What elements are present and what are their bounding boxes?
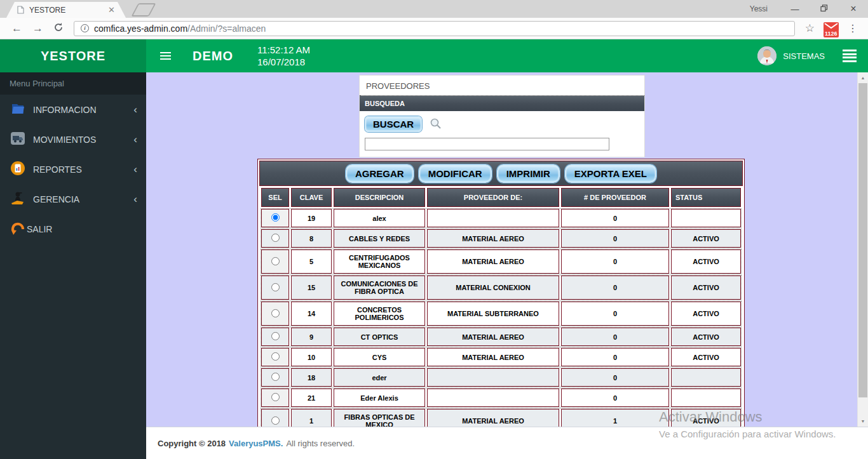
table-row[interactable]: 19 alex 0 [261,209,741,227]
address-bar[interactable]: i comfica.yes-admin.com /Admin/?s=almace… [74,21,795,36]
tab-close-icon[interactable]: ✕ [108,5,115,15]
sidebar-item-label: MOVIMIENTOS [33,135,96,145]
row-select-radio[interactable] [271,283,280,291]
row-proveedor-de-cell: MATERIAL AEREO [427,229,559,248]
row-proveedor-de-cell [427,389,559,407]
table-row[interactable]: 9 CT OPTICS MATERIAL AEREO 0 ACTIVO [261,328,741,346]
search-input[interactable] [365,138,609,150]
page-info-icon[interactable]: i [81,24,89,32]
row-select-radio[interactable] [271,416,280,425]
row-proveedor-de-cell: MATERIAL SUBTERRANEO [427,302,559,326]
folder-icon [10,102,25,117]
table-row[interactable]: 14 CONCRETOS POLIMERICOS MATERIAL SUBTER… [261,302,741,326]
main-content: PROVEEDORES BUSQUEDA BUSCAR AGREGAR MODI… [146,72,868,427]
row-num-proveedor-cell: 0 [561,276,669,300]
sidebar-item-gerencia[interactable]: GERENCIA ‹ [0,184,146,214]
browser-tab[interactable]: YESTORE ✕ [6,2,126,18]
url-domain: comfica.yes-admin.com [94,23,187,34]
table-row[interactable]: 1 FIBRAS OPTICAS DE MEXICO MATERIAL AERE… [261,409,741,427]
row-select-radio[interactable] [271,332,280,340]
brand-link[interactable]: ValeryusPMS. [229,439,283,448]
app-header: YESTORE DEMO 11:52:12 AM 16/07/2018 SIST… [0,39,868,72]
sidebar-item-label: INFORMACION [33,105,97,115]
exporta-exel-button[interactable]: EXPORTA EXEL [565,164,656,183]
sidebar-item-salir[interactable]: SALIR [0,214,146,244]
sidebar-item-informacion[interactable]: INFORMACION ‹ [0,95,146,124]
clock: 11:52:12 AM 16/07/2018 [257,44,310,68]
row-select-radio[interactable] [271,234,280,242]
reload-icon[interactable] [53,22,64,34]
row-num-proveedor-cell: 0 [561,389,669,407]
page-favicon-icon [17,6,24,14]
row-descripcion-cell: FIBRAS OPTICAS DE MEXICO [334,409,425,427]
tab-title: YESTORE [29,6,108,15]
scroll-up-icon[interactable]: ▲ [858,72,868,83]
minimize-button[interactable]: — [780,4,810,14]
col-descripcion: DESCRIPCION [334,188,425,207]
row-select-radio[interactable] [271,373,280,381]
browser-toolbar: ← → i comfica.yes-admin.com /Admin/?s=al… [0,18,868,39]
row-select-radio[interactable] [271,352,280,361]
magnifier-icon [430,121,442,131]
imprimir-button[interactable]: IMPRIMIR [497,164,560,183]
row-descripcion-cell: alex [334,209,425,227]
sidebar-item-reportes[interactable]: REPORTES ‹ [0,154,146,184]
chevron-left-icon: ‹ [133,194,137,204]
table-row[interactable]: 18 eder 0 [261,368,741,387]
row-status-cell: ACTIVO [671,348,741,366]
buscar-button[interactable]: BUSCAR [365,116,422,132]
table-row[interactable]: 21 Eder Alexis 0 [261,389,741,407]
browser-menu-icon[interactable]: ⋮ [848,22,858,34]
new-tab-button[interactable] [131,3,156,17]
row-proveedor-de-cell: MATERIAL CONEXION [427,276,559,300]
row-num-proveedor-cell: 1 [561,409,669,427]
row-select-radio[interactable] [271,393,280,401]
row-select-radio[interactable] [271,309,280,317]
sidebar-toggle-icon[interactable] [160,50,171,62]
row-select-cell [261,368,289,387]
row-select-cell [261,302,289,326]
row-num-proveedor-cell: 0 [561,209,669,227]
date-label: 16/07/2018 [257,56,310,68]
row-select-cell [261,229,289,248]
row-select-radio[interactable] [271,213,280,222]
restore-button[interactable] [810,4,839,14]
col-clave: CLAVE [291,188,332,207]
user-avatar[interactable] [757,46,776,65]
bookmark-star-icon[interactable]: ☆ [805,22,815,35]
table-toolbar: AGREGAR MODIFICAR IMPRIMIR EXPORTA EXEL [259,161,743,186]
mail-extension-icon[interactable]: 1126 [824,22,840,35]
row-status-cell: ACTIVO [671,328,741,346]
table-row[interactable]: 15 COMUNICACIONES DE FIBRA OPTICA MATERI… [261,276,741,300]
modificar-button[interactable]: MODIFICAR [419,164,492,183]
table-row[interactable]: 10 CYS MATERIAL AEREO 0 ACTIVO [261,348,741,366]
row-proveedor-de-cell [427,368,559,387]
scrollbar-thumb[interactable] [858,83,867,397]
sidebar-item-movimientos[interactable]: MOVIMIENTOS ‹ [0,124,146,154]
row-select-radio[interactable] [271,257,280,265]
row-select-cell [261,348,289,366]
back-icon[interactable]: ← [11,23,22,34]
table-row[interactable]: 5 CENTRIFUGADOS MEXICANOS MATERIAL AEREO… [261,249,741,274]
table-row[interactable]: 8 CABLES Y REDES MATERIAL AEREO 0 ACTIVO [261,229,741,248]
row-clave-cell: 8 [291,229,332,248]
window-close-button[interactable]: × [839,3,868,15]
user-menu[interactable]: SISTEMAS [783,51,825,61]
table-body: 19 alex 0 8 CABLES Y REDES MATERIAL AERE… [261,209,741,427]
row-select-cell [261,249,289,274]
browser-profile-name[interactable]: Yessi [750,4,768,13]
forward-icon[interactable]: → [32,23,43,34]
row-descripcion-cell: COMUNICACIONES DE FIBRA OPTICA [334,276,425,300]
row-descripcion-cell: CONCRETOS POLIMERICOS [334,302,425,326]
sidebar-item-label: GERENCIA [33,194,79,204]
control-sidebar-icon[interactable] [843,48,857,64]
scroll-down-icon[interactable]: ▼ [858,416,868,427]
proveedores-table-panel: AGREGAR MODIFICAR IMPRIMIR EXPORTA EXEL … [257,159,745,427]
content-scrollbar[interactable]: ▲ ▼ [857,72,868,427]
extension-badge: 1126 [824,30,839,37]
app-logo[interactable]: YESTORE [0,39,146,72]
table-header-row: SEL CLAVE DESCRIPCION PROVEEDOR DE: # DE… [261,188,741,207]
report-icon [10,161,25,178]
row-status-cell: ACTIVO [671,249,741,274]
agregar-button[interactable]: AGREGAR [346,164,414,183]
